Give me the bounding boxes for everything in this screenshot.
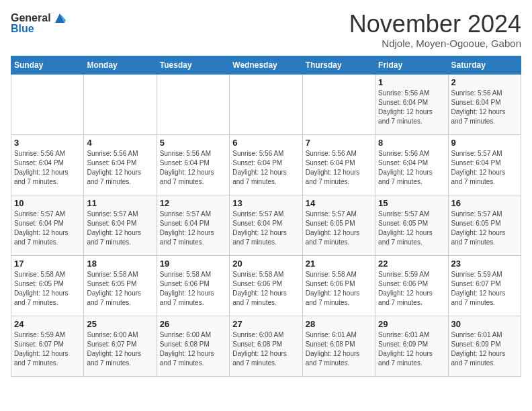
day-info: Sunrise: 5:59 AMSunset: 6:06 PMDaylight:… xyxy=(378,270,445,308)
calendar-week-1: 3Sunrise: 5:56 AMSunset: 6:04 PMDaylight… xyxy=(11,134,521,195)
day-info: Sunrise: 5:56 AMSunset: 6:04 PMDaylight:… xyxy=(378,89,445,126)
day-number: 13 xyxy=(232,198,299,208)
day-number: 28 xyxy=(306,319,372,329)
day-info: Sunrise: 5:57 AMSunset: 6:04 PMDaylight:… xyxy=(451,149,518,187)
calendar-cell: 13Sunrise: 5:57 AMSunset: 6:04 PMDayligh… xyxy=(230,195,302,255)
day-header-monday: Monday xyxy=(84,56,157,74)
day-info: Sunrise: 5:58 AMSunset: 6:06 PMDaylight:… xyxy=(160,270,226,308)
day-info: Sunrise: 5:56 AMSunset: 6:04 PMDaylight:… xyxy=(451,89,518,126)
day-info: Sunrise: 5:59 AMSunset: 6:07 PMDaylight:… xyxy=(451,270,518,308)
day-info: Sunrise: 5:58 AMSunset: 6:06 PMDaylight:… xyxy=(232,270,299,308)
day-info: Sunrise: 5:57 AMSunset: 6:04 PMDaylight:… xyxy=(160,210,226,247)
day-number: 9 xyxy=(451,138,518,148)
calendar-cell: 2Sunrise: 5:56 AMSunset: 6:04 PMDaylight… xyxy=(448,74,521,134)
calendar-week-4: 24Sunrise: 5:59 AMSunset: 6:07 PMDayligh… xyxy=(11,316,521,376)
calendar-week-2: 10Sunrise: 5:57 AMSunset: 6:04 PMDayligh… xyxy=(11,195,521,255)
day-number: 25 xyxy=(87,319,153,329)
logo-blue: Blue xyxy=(11,23,34,35)
day-number: 2 xyxy=(451,77,518,87)
day-number: 21 xyxy=(306,259,372,269)
month-title: November 2024 xyxy=(349,11,521,38)
calendar-cell: 4Sunrise: 5:56 AMSunset: 6:04 PMDaylight… xyxy=(84,134,157,195)
day-info: Sunrise: 6:00 AMSunset: 6:07 PMDaylight:… xyxy=(87,330,153,368)
day-number: 29 xyxy=(378,319,445,329)
day-header-thursday: Thursday xyxy=(302,56,375,74)
day-info: Sunrise: 6:00 AMSunset: 6:08 PMDaylight:… xyxy=(160,330,226,368)
day-info: Sunrise: 5:57 AMSunset: 6:04 PMDaylight:… xyxy=(14,210,81,247)
day-info: Sunrise: 5:56 AMSunset: 6:04 PMDaylight:… xyxy=(87,149,153,187)
day-number: 3 xyxy=(14,138,81,148)
calendar-cell: 8Sunrise: 5:56 AMSunset: 6:04 PMDaylight… xyxy=(375,134,448,195)
page-header: General Blue November 2024 Ndjole, Moyen… xyxy=(11,11,521,49)
calendar-cell xyxy=(157,74,229,134)
calendar-cell: 7Sunrise: 5:56 AMSunset: 6:04 PMDaylight… xyxy=(302,134,375,195)
day-number: 10 xyxy=(14,198,81,208)
day-info: Sunrise: 5:58 AMSunset: 6:06 PMDaylight:… xyxy=(306,270,372,308)
day-number: 6 xyxy=(232,138,299,148)
day-number: 24 xyxy=(14,319,81,329)
day-number: 30 xyxy=(451,319,518,329)
calendar-cell: 11Sunrise: 5:57 AMSunset: 6:04 PMDayligh… xyxy=(84,195,157,255)
logo: General Blue xyxy=(11,11,67,35)
day-info: Sunrise: 5:56 AMSunset: 6:04 PMDaylight:… xyxy=(160,149,226,187)
calendar-cell: 22Sunrise: 5:59 AMSunset: 6:06 PMDayligh… xyxy=(375,255,448,316)
day-info: Sunrise: 5:58 AMSunset: 6:05 PMDaylight:… xyxy=(87,270,153,308)
day-info: Sunrise: 5:56 AMSunset: 6:04 PMDaylight:… xyxy=(378,149,445,187)
day-info: Sunrise: 6:01 AMSunset: 6:08 PMDaylight:… xyxy=(306,330,372,368)
day-info: Sunrise: 5:57 AMSunset: 6:05 PMDaylight:… xyxy=(451,210,518,247)
calendar-cell: 27Sunrise: 6:00 AMSunset: 6:08 PMDayligh… xyxy=(230,316,302,376)
day-info: Sunrise: 6:00 AMSunset: 6:08 PMDaylight:… xyxy=(232,330,299,368)
day-number: 1 xyxy=(378,77,445,87)
calendar-cell: 17Sunrise: 5:58 AMSunset: 6:05 PMDayligh… xyxy=(11,255,84,316)
calendar-cell: 9Sunrise: 5:57 AMSunset: 6:04 PMDaylight… xyxy=(448,134,521,195)
calendar-cell: 30Sunrise: 6:01 AMSunset: 6:09 PMDayligh… xyxy=(448,316,521,376)
calendar-cell: 24Sunrise: 5:59 AMSunset: 6:07 PMDayligh… xyxy=(11,316,84,376)
calendar-cell: 18Sunrise: 5:58 AMSunset: 6:05 PMDayligh… xyxy=(84,255,157,316)
day-info: Sunrise: 6:01 AMSunset: 6:09 PMDaylight:… xyxy=(378,330,445,368)
calendar-week-3: 17Sunrise: 5:58 AMSunset: 6:05 PMDayligh… xyxy=(11,255,521,316)
calendar-cell: 25Sunrise: 6:00 AMSunset: 6:07 PMDayligh… xyxy=(84,316,157,376)
day-number: 8 xyxy=(378,138,445,148)
day-number: 11 xyxy=(87,198,153,208)
day-number: 20 xyxy=(232,259,299,269)
day-info: Sunrise: 5:56 AMSunset: 6:04 PMDaylight:… xyxy=(306,149,372,187)
calendar-cell: 6Sunrise: 5:56 AMSunset: 6:04 PMDaylight… xyxy=(230,134,302,195)
calendar-cell: 1Sunrise: 5:56 AMSunset: 6:04 PMDaylight… xyxy=(375,74,448,134)
logo-icon xyxy=(52,11,67,26)
calendar-cell: 14Sunrise: 5:57 AMSunset: 6:05 PMDayligh… xyxy=(302,195,375,255)
day-header-saturday: Saturday xyxy=(448,56,521,74)
day-info: Sunrise: 5:59 AMSunset: 6:07 PMDaylight:… xyxy=(14,330,81,368)
calendar-cell: 19Sunrise: 5:58 AMSunset: 6:06 PMDayligh… xyxy=(157,255,229,316)
calendar-cell xyxy=(302,74,375,134)
calendar-cell xyxy=(84,74,157,134)
day-info: Sunrise: 5:58 AMSunset: 6:05 PMDaylight:… xyxy=(14,270,81,308)
day-header-wednesday: Wednesday xyxy=(230,56,302,74)
calendar-cell xyxy=(230,74,302,134)
day-number: 18 xyxy=(87,259,153,269)
day-header-sunday: Sunday xyxy=(11,56,84,74)
day-info: Sunrise: 6:01 AMSunset: 6:09 PMDaylight:… xyxy=(451,330,518,368)
title-block: November 2024 Ndjole, Moyen-Ogooue, Gabo… xyxy=(349,11,521,49)
calendar-cell: 29Sunrise: 6:01 AMSunset: 6:09 PMDayligh… xyxy=(375,316,448,376)
day-header-tuesday: Tuesday xyxy=(157,56,229,74)
calendar-cell: 16Sunrise: 5:57 AMSunset: 6:05 PMDayligh… xyxy=(448,195,521,255)
calendar-cell: 3Sunrise: 5:56 AMSunset: 6:04 PMDaylight… xyxy=(11,134,84,195)
calendar-cell: 10Sunrise: 5:57 AMSunset: 6:04 PMDayligh… xyxy=(11,195,84,255)
calendar-cell: 5Sunrise: 5:56 AMSunset: 6:04 PMDaylight… xyxy=(157,134,229,195)
location-subtitle: Ndjole, Moyen-Ogooue, Gabon xyxy=(349,38,521,49)
day-info: Sunrise: 5:56 AMSunset: 6:04 PMDaylight:… xyxy=(232,149,299,187)
calendar-cell xyxy=(11,74,84,134)
day-info: Sunrise: 5:56 AMSunset: 6:04 PMDaylight:… xyxy=(14,149,81,187)
day-number: 5 xyxy=(160,138,226,148)
day-number: 15 xyxy=(378,198,445,208)
day-info: Sunrise: 5:57 AMSunset: 6:05 PMDaylight:… xyxy=(306,210,372,247)
day-number: 12 xyxy=(160,198,226,208)
day-number: 17 xyxy=(14,259,81,269)
day-header-friday: Friday xyxy=(375,56,448,74)
calendar-cell: 21Sunrise: 5:58 AMSunset: 6:06 PMDayligh… xyxy=(302,255,375,316)
day-info: Sunrise: 5:57 AMSunset: 6:04 PMDaylight:… xyxy=(87,210,153,247)
day-info: Sunrise: 5:57 AMSunset: 6:05 PMDaylight:… xyxy=(378,210,445,247)
day-number: 26 xyxy=(160,319,226,329)
day-number: 14 xyxy=(306,198,372,208)
calendar-cell: 26Sunrise: 6:00 AMSunset: 6:08 PMDayligh… xyxy=(157,316,229,376)
